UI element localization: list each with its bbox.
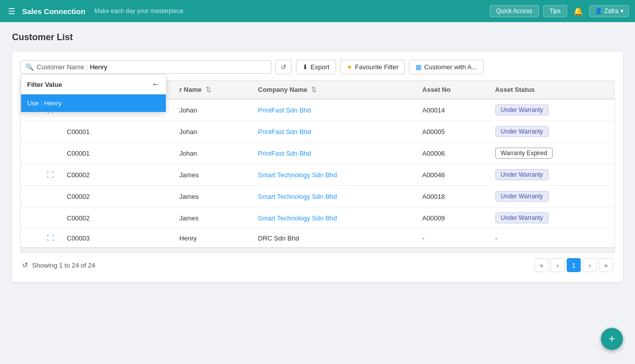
tips-button[interactable]: Tips	[543, 5, 567, 17]
cell-link	[41, 143, 61, 164]
company-link[interactable]: Smart Technology Sdn Bhd	[258, 193, 337, 200]
status-badge: Under Warranty	[495, 212, 549, 223]
username: Zafra	[604, 8, 618, 15]
export-icon: ⬇	[302, 63, 308, 71]
pagination-info: ↺ Showing 1 to 24 of 24	[22, 261, 95, 269]
cell-link	[41, 186, 61, 207]
search-label: Customer Name :	[37, 63, 88, 71]
status-badge: Under Warranty	[495, 169, 549, 180]
bell-icon: 🔔	[573, 7, 583, 16]
col-asset-status: Asset Status	[489, 81, 614, 99]
table-row: C00001JohanPrintFast Sdn BhdA00005Under …	[21, 121, 614, 143]
company-link[interactable]: PrintFast Sdn Bhd	[258, 106, 311, 114]
page-next-button[interactable]: ›	[583, 258, 597, 272]
cell-asset-status: Under Warranty	[489, 99, 614, 121]
table-body: ⛶C00001JohanPrintFast Sdn BhdA00014Under…	[21, 99, 614, 248]
favourite-filter-button[interactable]: ★ Favourite Filter	[340, 60, 405, 74]
refresh-button[interactable]: ↺	[275, 60, 292, 74]
cell-name: Johan	[173, 143, 252, 164]
cell-customer-no: C00001	[61, 121, 173, 143]
cell-name: Johan	[173, 99, 252, 121]
toolbar: 🔍 Customer Name : Filter Value ← Use : H…	[20, 60, 615, 74]
cell-asset-no: A00018	[416, 186, 489, 207]
cell-company: DRC Sdn Bhd	[252, 229, 416, 248]
status-badge: Under Warranty	[495, 104, 549, 115]
cell-name: Johan	[173, 121, 252, 143]
cell-company[interactable]: Smart Technology Sdn Bhd	[252, 164, 416, 186]
cell-customer-no: C00002	[61, 164, 173, 186]
tagline: Make each day your masterpiece.	[94, 8, 185, 15]
page-1-button[interactable]: 1	[567, 258, 581, 272]
brand: Sales Connection	[22, 7, 85, 16]
cell-link[interactable]: ⛶	[41, 229, 61, 248]
cell-hash	[21, 121, 41, 143]
hamburger-icon: ☰	[8, 7, 15, 16]
back-icon: ←	[152, 80, 160, 88]
cell-asset-no: A00046	[416, 164, 489, 186]
company-link[interactable]: Smart Technology Sdn Bhd	[258, 214, 337, 222]
cell-name: James	[173, 164, 252, 186]
cell-customer-no: C00001	[61, 143, 173, 164]
cell-customer-no: C00002	[61, 186, 173, 207]
cell-customer-no: C00002	[61, 207, 173, 229]
cell-asset-status: -	[489, 229, 614, 248]
cell-hash	[21, 207, 41, 229]
filter-back-button[interactable]: ←	[152, 80, 160, 89]
page-title: Customer List	[12, 32, 623, 43]
cell-hash	[21, 164, 41, 186]
page-last-button[interactable]: »	[599, 258, 613, 272]
cell-hash	[21, 229, 41, 248]
cell-company[interactable]: PrintFast Sdn Bhd	[252, 143, 416, 164]
company-link[interactable]: PrintFast Sdn Bhd	[258, 128, 311, 136]
quick-access-button[interactable]: Quick Access	[490, 5, 539, 17]
cell-asset-status: Under Warranty	[489, 164, 614, 186]
cell-hash	[21, 186, 41, 207]
pagination-refresh-button[interactable]: ↺	[22, 261, 28, 269]
horizontal-scrollbar[interactable]	[21, 248, 614, 253]
cell-asset-no: A00006	[416, 143, 489, 164]
table-row: ⛶C00003HenryDRC Sdn Bhd--	[21, 229, 614, 248]
cell-link[interactable]: ⛶	[41, 164, 61, 186]
menu-button[interactable]: ☰	[6, 5, 17, 18]
customer-filter-button[interactable]: ▦ Customer with A...	[409, 60, 483, 74]
row-link-icon[interactable]: ⛶	[47, 234, 54, 242]
cell-asset-status: Under Warranty	[489, 186, 614, 207]
page-prev-button[interactable]: ‹	[551, 258, 565, 272]
cell-company[interactable]: Smart Technology Sdn Bhd	[252, 207, 416, 229]
row-link-icon[interactable]: ⛶	[47, 171, 54, 179]
cell-name: Henry	[173, 229, 252, 248]
page-content: Customer List 🔍 Customer Name : Filter V…	[0, 22, 635, 292]
table-row: ⛶C00002JamesSmart Technology Sdn BhdA000…	[21, 164, 614, 186]
cell-asset-no: -	[416, 229, 489, 248]
company-link[interactable]: Smart Technology Sdn Bhd	[258, 171, 337, 179]
filter-option-use-henry[interactable]: Use : Henry	[21, 94, 166, 112]
company-link[interactable]: PrintFast Sdn Bhd	[258, 150, 311, 157]
col-company[interactable]: Company Name ⇅	[252, 81, 416, 99]
notifications-button[interactable]: 🔔	[571, 5, 585, 18]
export-button[interactable]: ⬇ Export	[296, 60, 336, 74]
cell-company[interactable]: PrintFast Sdn Bhd	[252, 99, 416, 121]
cell-name: James	[173, 186, 252, 207]
cell-company[interactable]: PrintFast Sdn Bhd	[252, 121, 416, 143]
filter-title: Filter Value	[27, 81, 62, 88]
customer-filter-label: Customer with A...	[424, 63, 477, 71]
search-input[interactable]	[90, 63, 266, 71]
cell-hash	[21, 143, 41, 164]
filter-columns-icon: ▦	[415, 63, 421, 71]
status-badge: Under Warranty	[495, 191, 549, 202]
pagination-bar: ↺ Showing 1 to 24 of 24 « ‹ 1 › »	[20, 253, 615, 274]
cell-company[interactable]: Smart Technology Sdn Bhd	[252, 186, 416, 207]
cell-asset-status: Warranty Expired	[489, 143, 614, 164]
table-row: C00002JamesSmart Technology Sdn BhdA0001…	[21, 186, 614, 207]
user-icon: 👤	[595, 8, 602, 15]
cell-asset-no: A00005	[416, 121, 489, 143]
col-name[interactable]: r Name ⇅	[173, 81, 252, 99]
export-label: Export	[310, 63, 330, 71]
page-first-button[interactable]: «	[535, 258, 549, 272]
status-badge: Under Warranty	[495, 126, 549, 137]
user-menu-button[interactable]: 👤 Zafra ▾	[589, 5, 629, 17]
search-icon: 🔍	[26, 63, 34, 71]
pagination-refresh-icon: ↺	[22, 261, 28, 269]
search-box: 🔍 Customer Name : Filter Value ← Use : H…	[20, 60, 271, 74]
topnav-right: Quick Access Tips 🔔 👤 Zafra ▾	[490, 5, 629, 18]
